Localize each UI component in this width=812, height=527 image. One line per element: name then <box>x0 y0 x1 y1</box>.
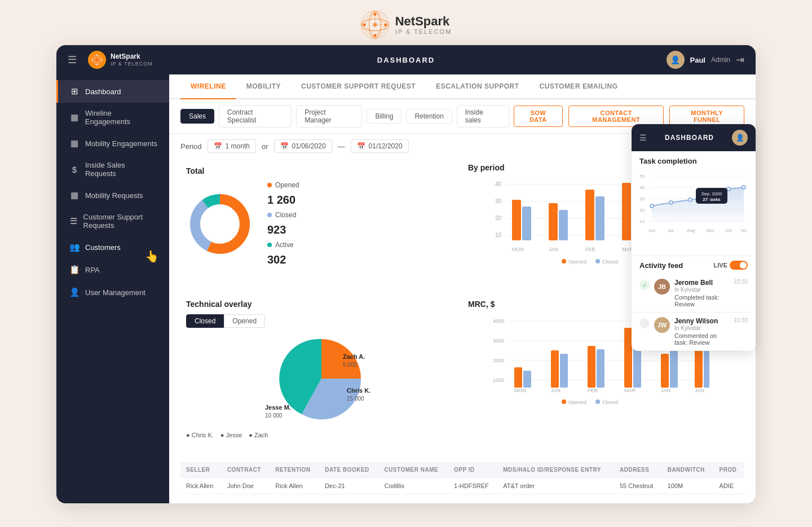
hamburger-icon[interactable]: ☰ <box>68 54 77 66</box>
activity-item-2: JW Jenny Wilson In Kyivstar Commented on… <box>632 313 756 351</box>
closed-dot <box>267 213 272 217</box>
tab-wireline[interactable]: WIRELINE <box>180 74 236 99</box>
sidebar-item-wireline[interactable]: ▦ Wireline Engagements <box>56 103 169 132</box>
svg-text:Closed: Closed <box>602 399 618 405</box>
tab-escalation[interactable]: ESCALATION SUPPORT <box>426 74 529 99</box>
svg-text:40: 40 <box>639 185 645 190</box>
activity-name-2: Jenny Wilson <box>674 317 729 325</box>
overlay-title: DASHBOARD <box>652 134 726 142</box>
sidebar-item-mobility-req[interactable]: ▦ Mobility Requests <box>56 184 169 207</box>
svg-rect-81 <box>704 348 709 388</box>
svg-text:FEB: FEB <box>588 388 598 393</box>
activity-info-2: Jenny Wilson In Kyivstar Commented on ta… <box>674 317 729 346</box>
header-avatar: 👤 <box>667 51 685 69</box>
toggle-buttons: Closed Opened <box>186 314 457 328</box>
header-logout-icon[interactable]: ⇥ <box>736 54 744 66</box>
sidebar-label-mobility-eng: Mobility Engagements <box>85 139 157 148</box>
pie-legend-chrisk: ● Chris K. <box>186 432 214 438</box>
right-overlay-panel: ☰ DASHBOARD 👤 Task completion 50 40 30 2… <box>632 124 756 351</box>
activity-sub-2: In Kyivstar <box>674 325 729 331</box>
window-header: ☰ NetSpark IP & TELECOM DASHBOARD 👤 <box>56 45 756 74</box>
svg-text:20: 20 <box>639 208 645 213</box>
subtab-billing[interactable]: Billing <box>367 109 401 124</box>
tab-csr[interactable]: CUSTOMER SUPPORT REQUEST <box>291 74 426 99</box>
svg-rect-78 <box>661 354 669 388</box>
svg-rect-36 <box>549 203 558 240</box>
period-end-date: 01/12/2020 <box>369 142 403 150</box>
sidebar-label-customers: Customers <box>85 243 121 252</box>
pie-legend-zach: ● Zach <box>249 432 268 438</box>
svg-rect-35 <box>522 207 531 240</box>
subtab-project[interactable]: Project Manager <box>296 105 362 128</box>
overlay-header: ☰ DASHBOARD 👤 <box>632 124 756 151</box>
header-brand-name: NetSpark <box>111 53 153 60</box>
data-table: SELLER CONTRACT RETENTION DATE BOOKED CU… <box>180 462 744 494</box>
live-toggle[interactable] <box>730 261 748 270</box>
svg-text:MON: MON <box>514 388 526 393</box>
sidebar-label-rpa: RPA <box>85 266 100 274</box>
sidebar-item-mobility-eng[interactable]: ▦ Mobility Engagements <box>56 132 169 155</box>
period-end-input[interactable]: 📅 01/12/2020 <box>351 139 409 153</box>
calendar-start-icon: 📅 <box>280 142 289 150</box>
donut-chart <box>186 190 254 258</box>
toggle-opened[interactable]: Opened <box>224 314 265 328</box>
svg-rect-34 <box>512 200 521 240</box>
svg-text:Sep: Sep <box>706 228 714 233</box>
svg-rect-40 <box>622 183 631 240</box>
sidebar-label-wireline: Wireline Engagements <box>85 109 158 126</box>
svg-rect-80 <box>695 345 703 388</box>
svg-text:3000: 3000 <box>493 338 504 344</box>
svg-point-19 <box>100 59 102 60</box>
activity-feed-header: Activity feed LIVE <box>632 256 756 274</box>
svg-text:Sep, 2020: Sep, 2020 <box>701 191 722 196</box>
svg-text:40: 40 <box>495 181 502 187</box>
calendar-icon: 📅 <box>214 142 222 150</box>
toggle-closed[interactable]: Closed <box>186 314 224 328</box>
active-value: 302 <box>267 253 299 266</box>
svg-text:10 000: 10 000 <box>265 412 283 419</box>
activity-feed-title: Activity feed <box>639 261 714 270</box>
svg-text:5 000: 5 000 <box>343 362 357 368</box>
activity-avatar-2: JW <box>654 317 670 333</box>
pie-legend-jesse: ● Jesse <box>220 432 242 438</box>
svg-text:27 tasks: 27 tasks <box>703 197 721 202</box>
sidebar-item-customers[interactable]: 👥 Customers 👆 <box>56 236 169 258</box>
table-row: Rick Allen John Doe Rick Allen Dec-21 Co… <box>180 478 744 494</box>
table-section: SELLER CONTRACT RETENTION DATE BOOKED CU… <box>169 456 756 503</box>
mobility-eng-icon: ▦ <box>69 138 80 148</box>
subtab-sales[interactable]: Sales <box>180 109 214 124</box>
period-start-input[interactable]: 📅 01/06/2020 <box>274 139 332 153</box>
subtab-inside-sales[interactable]: Inside sales <box>457 105 509 128</box>
sidebar-item-dashboard[interactable]: ⊞ Dashboard <box>56 80 169 103</box>
inside-sales-icon: $ <box>69 165 80 174</box>
closed-value: 923 <box>267 223 299 236</box>
svg-rect-39 <box>595 196 604 240</box>
sow-data-button[interactable]: SOW DATA <box>514 106 563 127</box>
cell-seller: Rick Allen <box>180 478 222 494</box>
svg-rect-73 <box>560 354 568 388</box>
tab-mobility[interactable]: MOBILITY <box>236 74 291 99</box>
legend-active: Active <box>267 241 299 249</box>
sidebar: ⊞ Dashboard ▦ Wireline Engagements ▦ Mob… <box>56 74 169 503</box>
sidebar-item-inside-sales[interactable]: $ Inside Sales Requests <box>56 155 169 184</box>
svg-text:2000: 2000 <box>493 358 504 363</box>
svg-rect-71 <box>523 371 531 388</box>
svg-text:MAR: MAR <box>624 388 636 393</box>
overlay-hamburger-icon[interactable]: ☰ <box>639 133 647 142</box>
opened-value: 1 260 <box>267 194 299 207</box>
svg-text:30: 30 <box>639 196 645 201</box>
wireline-icon: ▦ <box>69 112 80 122</box>
sidebar-item-user-mgmt[interactable]: 👤 User Management <box>56 281 169 304</box>
svg-text:15 000: 15 000 <box>347 396 364 402</box>
legend-opened: Opened <box>267 181 299 189</box>
sidebar-label-mobility-req: Mobility Requests <box>85 191 143 200</box>
period-duration-input[interactable]: 📅 1 month <box>208 139 256 153</box>
svg-text:10: 10 <box>639 219 645 224</box>
sidebar-label-user-mgmt: User Management <box>85 288 145 297</box>
col-retention: RETENTION <box>270 462 319 478</box>
svg-text:FEB: FEB <box>585 247 595 252</box>
sidebar-item-csr[interactable]: ☰ Customer Support Requests <box>56 207 169 236</box>
subtab-retention[interactable]: Retention <box>406 109 452 124</box>
subtab-contract[interactable]: Contract Specialist <box>219 105 292 128</box>
tab-emailing[interactable]: CUSTOMER EMAILING <box>529 74 628 99</box>
